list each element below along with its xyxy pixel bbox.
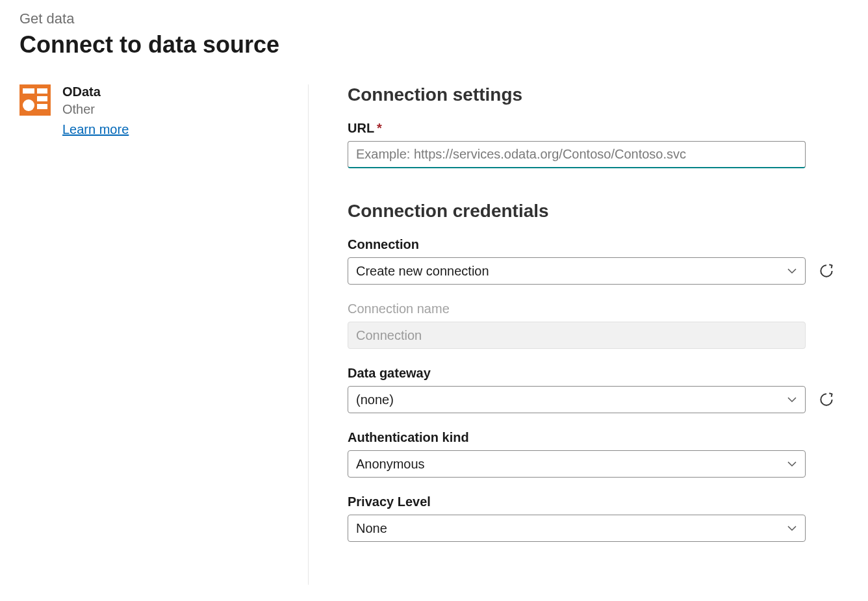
- required-indicator: *: [377, 121, 382, 135]
- url-label-text: URL: [348, 121, 374, 135]
- authentication-kind-value: Anonymous: [356, 457, 425, 472]
- connector-category: Other: [62, 102, 129, 117]
- data-gateway-value: (none): [356, 392, 394, 407]
- chevron-down-icon: [787, 266, 797, 276]
- svg-rect-1: [23, 88, 34, 94]
- connection-name-value: Connection: [356, 328, 422, 343]
- breadcrumb: Get data: [19, 10, 849, 27]
- learn-more-link[interactable]: Learn more: [62, 122, 129, 137]
- svg-rect-2: [37, 88, 47, 94]
- chevron-down-icon: [787, 394, 797, 405]
- chevron-down-icon: [787, 523, 797, 533]
- connection-name-label: Connection name: [348, 301, 836, 316]
- privacy-level-value: None: [356, 521, 387, 536]
- connection-select-value: Create new connection: [356, 264, 489, 279]
- refresh-icon: [818, 262, 835, 279]
- connection-label: Connection: [348, 237, 836, 252]
- odata-icon: [19, 84, 51, 116]
- connection-credentials-heading: Connection credentials: [348, 201, 836, 222]
- svg-point-4: [23, 99, 34, 111]
- connector-title: OData: [62, 84, 129, 99]
- privacy-level-select[interactable]: None: [348, 515, 806, 542]
- refresh-icon: [818, 391, 835, 408]
- authentication-kind-label: Authentication kind: [348, 430, 836, 445]
- form-panel: Connection settings URL* Connection cred…: [309, 84, 849, 585]
- page-title: Connect to data source: [19, 31, 849, 58]
- connection-select[interactable]: Create new connection: [348, 257, 806, 285]
- connection-name-input: Connection: [348, 322, 806, 349]
- svg-rect-3: [37, 96, 47, 101]
- connection-settings-heading: Connection settings: [348, 84, 836, 105]
- url-input[interactable]: [348, 141, 806, 168]
- privacy-level-label: Privacy Level: [348, 494, 836, 509]
- connection-refresh-button[interactable]: [817, 262, 836, 280]
- chevron-down-icon: [787, 459, 797, 469]
- authentication-kind-select[interactable]: Anonymous: [348, 450, 806, 478]
- data-gateway-refresh-button[interactable]: [817, 390, 836, 409]
- svg-rect-5: [37, 104, 47, 109]
- data-gateway-select[interactable]: (none): [348, 386, 806, 413]
- data-gateway-label: Data gateway: [348, 366, 836, 381]
- url-label: URL*: [348, 121, 836, 136]
- connector-panel: OData Other Learn more: [19, 84, 309, 585]
